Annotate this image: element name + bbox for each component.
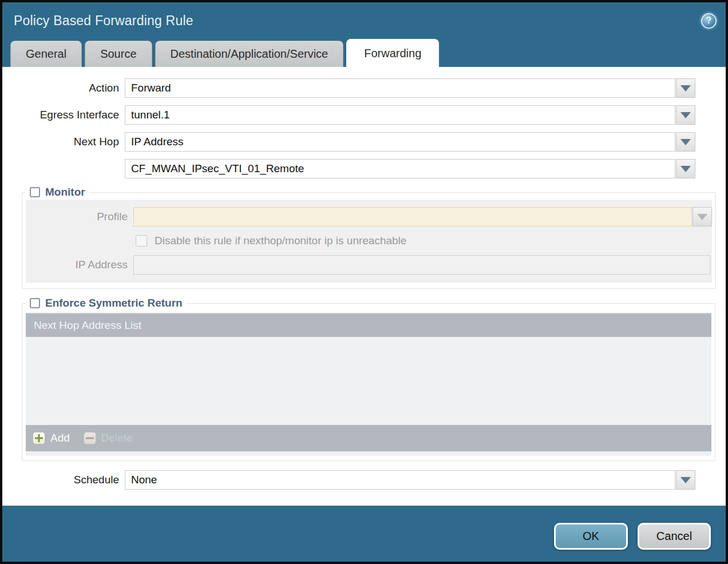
tab-source[interactable]: Source [85, 41, 152, 67]
monitor-ip-address-input [133, 255, 710, 275]
forwarding-tab-panel: Action Forward Egress Interface tunnel.1… [2, 67, 726, 506]
next-hop-address-dropdown-button[interactable] [676, 159, 695, 178]
chevron-down-icon [697, 214, 707, 220]
disable-rule-checkbox [136, 235, 147, 247]
next-hop-address-select[interactable]: CF_MWAN_IPsec_VTI_01_Remote [125, 159, 675, 178]
action-dropdown-button[interactable] [676, 78, 695, 98]
dialog-footer-buttons: OK Cancel [554, 523, 711, 550]
next-hop-row: Next Hop IP Address [2, 132, 726, 152]
help-icon[interactable]: ? [701, 13, 717, 29]
next-hop-address-list-header: Next Hop Address List [26, 313, 711, 337]
dialog-title: Policy Based Forwarding Rule [14, 13, 701, 29]
monitor-legend-label: Monitor [45, 186, 85, 198]
egress-interface-dropdown-button[interactable] [676, 105, 695, 125]
tab-destination-application-service[interactable]: Destination/Application/Service [155, 41, 344, 67]
action-select[interactable]: Forward [125, 78, 675, 98]
profile-row: Profile [26, 207, 712, 227]
add-button[interactable]: Add [33, 432, 70, 444]
monitor-ip-address-label: IP Address [26, 259, 128, 271]
pbf-rule-dialog: Policy Based Forwarding Rule ? General S… [2, 2, 726, 562]
enforce-symmetric-return-fieldset: Enforce Symmetric Return Next Hop Addres… [22, 297, 715, 461]
chevron-down-icon [680, 166, 691, 172]
chevron-down-icon [680, 139, 691, 145]
schedule-dropdown-button[interactable] [676, 470, 695, 490]
schedule-row: Schedule None [2, 470, 726, 490]
chevron-down-icon [680, 477, 691, 483]
chevron-down-icon [680, 85, 691, 92]
tab-forwarding[interactable]: Forwarding [346, 39, 439, 67]
ok-button[interactable]: OK [554, 523, 628, 550]
schedule-select[interactable]: None [125, 470, 675, 490]
delete-button-label: Delete [101, 432, 133, 444]
schedule-label: Schedule [2, 474, 119, 486]
monitor-checkbox[interactable] [30, 187, 40, 197]
profile-label: Profile [26, 210, 128, 223]
next-hop-address-list-table: Next Hop Address List Add Delete [26, 313, 711, 456]
table-bottom-strip [26, 451, 711, 456]
next-hop-type-dropdown-button[interactable] [676, 132, 695, 152]
egress-interface-select[interactable]: tunnel.1 [125, 105, 675, 125]
next-hop-label: Next Hop [2, 136, 119, 148]
next-hop-type-select[interactable]: IP Address [125, 132, 675, 152]
monitor-panel: Profile Disable this rule if nexthop/mon… [26, 200, 712, 283]
profile-dropdown-button [693, 207, 712, 227]
monitor-ip-address-row: IP Address [26, 255, 712, 275]
tab-general[interactable]: General [10, 41, 82, 67]
next-hop-address-list-footer: Add Delete [26, 425, 711, 451]
cancel-button[interactable]: Cancel [638, 523, 711, 550]
monitor-legend: Monitor [26, 186, 89, 198]
tab-bar: General Source Destination/Application/S… [2, 39, 726, 67]
disable-rule-label: Disable this rule if nexthop/monitor ip … [155, 235, 406, 247]
chevron-down-icon [680, 112, 691, 118]
action-row: Action Forward [2, 78, 726, 98]
dialog-titlebar: Policy Based Forwarding Rule ? [2, 2, 726, 39]
egress-interface-row: Egress Interface tunnel.1 [2, 105, 726, 125]
enforce-symmetric-return-legend: Enforce Symmetric Return [26, 297, 187, 309]
enforce-symmetric-return-legend-label: Enforce Symmetric Return [45, 297, 183, 309]
enforce-symmetric-return-checkbox[interactable] [30, 298, 40, 308]
delete-minus-icon [84, 432, 96, 444]
next-hop-address-row: CF_MWAN_IPsec_VTI_01_Remote [2, 159, 726, 178]
monitor-fieldset: Monitor Profile Disable this rule if nex… [22, 186, 716, 289]
delete-button: Delete [84, 432, 133, 444]
profile-select [133, 207, 692, 227]
next-hop-address-list-body[interactable] [26, 337, 711, 425]
disable-rule-row: Disable this rule if nexthop/monitor ip … [136, 235, 712, 247]
add-plus-icon [33, 432, 45, 444]
add-button-label: Add [50, 432, 70, 444]
action-label: Action [2, 82, 119, 94]
egress-interface-label: Egress Interface [2, 109, 119, 121]
